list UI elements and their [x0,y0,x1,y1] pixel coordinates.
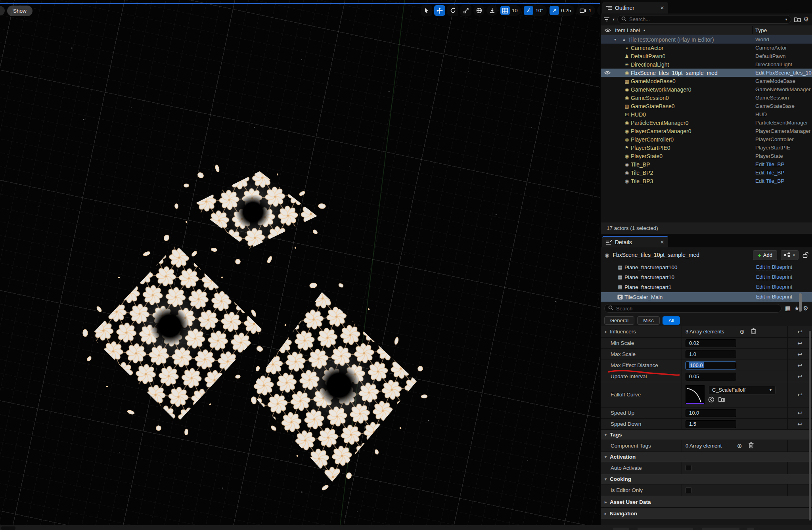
outliner-row[interactable]: ☀DirectionalLightDirectionalLight [601,60,812,69]
outliner-row[interactable]: ◎PlayerController0PlayerController [601,135,812,144]
reset-to-default-icon[interactable]: ↩ [797,421,802,428]
outliner-row[interactable]: ◉GameSession0GameSession [601,94,812,102]
level-viewport[interactable]: Show 10∠10°↗0.251 [0,0,600,525]
property-checkbox[interactable] [686,487,691,493]
collapse-arrow-icon[interactable]: ▸ [605,500,607,504]
unlocked-icon[interactable] [802,252,808,258]
grid-snap[interactable]: 10 [500,5,521,16]
curve-asset-dropdown[interactable]: C_ScaleFalloff▾ [708,386,776,394]
scale-tool[interactable] [460,5,471,16]
outliner-settings-gear-icon[interactable]: ⚙ [804,16,809,23]
edit-in-blueprint-link[interactable]: Edit in Blueprint [756,294,792,300]
component-list-scrollbar[interactable] [799,293,802,312]
collapse-arrow-icon[interactable]: ▸ [605,511,607,516]
details-settings-gear-icon[interactable]: ⚙ [803,305,808,312]
reset-to-default-icon[interactable]: ↩ [797,373,802,380]
coordinate-space[interactable] [473,5,485,16]
delete-elements-icon[interactable] [749,442,754,450]
property-input[interactable]: 1.0 [686,350,736,358]
expand-arrow-icon[interactable]: ▾ [605,477,607,481]
outliner-row[interactable]: ◉Tile_BP2Edit Tile_BP [601,168,812,177]
surface-snap[interactable] [486,5,498,16]
add-element-icon[interactable]: ⊕ [740,328,745,335]
outliner-row[interactable]: ♟DefaultPawn0DefaultPawn [601,52,812,60]
outliner-row[interactable]: ◉PlayerCameraManager0PlayerCameraManager [601,127,812,135]
use-selected-icon[interactable] [708,396,714,404]
property-checkbox[interactable] [686,465,691,471]
property-input[interactable]: 1.5 [686,420,736,428]
category-header-cooking[interactable]: ▾Cooking [601,474,812,484]
blueprint-hierarchy-button[interactable]: ▾ [781,250,799,260]
tab-outliner[interactable]: Outliner ✕ [602,2,668,13]
curve-thumbnail[interactable] [686,385,705,404]
move-tool[interactable] [434,5,445,16]
property-input[interactable]: 0.02 [686,339,736,347]
expand-arrow-icon[interactable]: ▸ [605,329,607,334]
category-header-activation[interactable]: ▾Activation [601,452,812,462]
property-input[interactable]: 0.05 [686,373,736,381]
edit-blueprint-link[interactable]: Edit Tile_BP [755,161,785,167]
outliner-row[interactable]: ⚑PlayerStartPIE0PlayerStartPIE [601,144,812,152]
category-header-navigation[interactable]: ▸Navigation [601,508,812,519]
rotate-tool[interactable] [447,5,458,16]
filter-tab-general[interactable]: General [604,316,634,325]
type-column-header[interactable]: Type [755,27,767,33]
details-search-input[interactable]: Search [604,304,781,313]
outliner-row[interactable]: ▧GameStateBase0GameStateBase [601,102,812,110]
outliner-row[interactable]: ◉Tile_BP3Edit Tile_BP [601,177,812,185]
camera-speed[interactable]: 1 [576,5,595,16]
outliner-row[interactable]: ⊞HUD0HUD [601,110,812,119]
edit-in-blueprint-link[interactable]: Edit in Blueprint [756,274,792,280]
reset-to-default-icon[interactable]: ↩ [797,328,802,335]
reset-to-default-icon[interactable]: ↩ [797,340,802,347]
visibility-column-eye-icon[interactable] [601,28,615,33]
outliner-row[interactable]: ◉GameNetworkManager0GameNetworkManager [601,85,812,94]
rotation-snap[interactable]: ∠10° [523,5,547,16]
reset-to-default-icon[interactable]: ↩ [797,409,802,417]
expand-arrow-icon[interactable]: ▾ [605,455,607,459]
expand-arrow-icon[interactable]: ▾ [614,37,620,42]
edit-blueprint-link[interactable]: Edit Tile_BP [755,170,785,176]
column-divider[interactable] [752,26,753,34]
add-component-button[interactable]: + Add [753,250,777,260]
outliner-row[interactable]: ▪CameraActorCameraActor [601,44,812,52]
component-row[interactable]: ▤Plane_fracturepart100Edit in Blueprint [601,262,812,272]
display-options-table-icon[interactable]: ▦ [785,305,791,312]
outliner-row[interactable]: ◉Tile_BPEdit Tile_BP [601,160,812,168]
component-row[interactable]: ▤Plane_fracturepart1Edit in Blueprint [601,282,812,292]
outliner-search-input[interactable]: Search... ▾ [617,15,791,24]
add-element-icon[interactable]: ⊕ [737,442,742,450]
filter-tab-all[interactable]: All [663,316,680,325]
browse-asset-icon[interactable] [718,396,725,404]
component-row[interactable]: ▤Plane_fracturepart10Edit in Blueprint [601,272,812,282]
viewport-layout[interactable] [597,5,600,16]
details-scrollbar[interactable] [809,331,811,520]
outliner-row[interactable]: ◉ParticleEventManager0ParticleEventManag… [601,119,812,127]
sort-ascending-icon[interactable]: ▲ [643,29,646,32]
tab-details[interactable]: Details ✕ [602,236,668,247]
outliner-tab-close-icon[interactable]: ✕ [660,5,664,11]
expand-arrow-icon[interactable]: ▾ [605,432,607,437]
edit-blueprint-link[interactable]: Edit FbxScene_tiles_10 [755,70,812,76]
filter-tab-misc[interactable]: Misc [637,316,660,325]
details-tab-close-icon[interactable]: ✕ [660,239,664,245]
visibility-eye-icon[interactable] [601,71,614,75]
search-options-chevron-icon[interactable]: ▾ [785,17,787,21]
outliner-column-header[interactable]: Item Label ▲ Type [601,25,812,35]
property-input[interactable]: 10.0 [686,409,736,417]
scale-snap[interactable]: ↗0.25 [549,5,575,16]
filter-icon[interactable] [604,17,610,22]
category-header-tags[interactable]: ▾Tags [601,430,812,440]
property-input[interactable]: 100.0 [686,362,736,369]
reset-to-default-icon[interactable]: ↩ [797,362,802,369]
delete-elements-icon[interactable] [751,328,756,335]
outliner-row[interactable]: ▦GameModeBase0GameModeBase [601,77,812,85]
select-tool[interactable] [421,5,432,16]
new-folder-icon[interactable] [794,17,801,22]
reset-to-default-icon[interactable]: ↩ [797,351,802,358]
outliner-row[interactable]: ◉FbxScene_tiles_10pt_sample_medEdit FbxS… [601,69,812,77]
filter-chevron-icon[interactable]: ▾ [613,17,615,21]
item-label-column-header[interactable]: Item Label [615,27,640,33]
outliner-row[interactable]: ◉PlayerState0PlayerState [601,152,812,160]
edit-blueprint-link[interactable]: Edit Tile_BP [755,178,785,184]
